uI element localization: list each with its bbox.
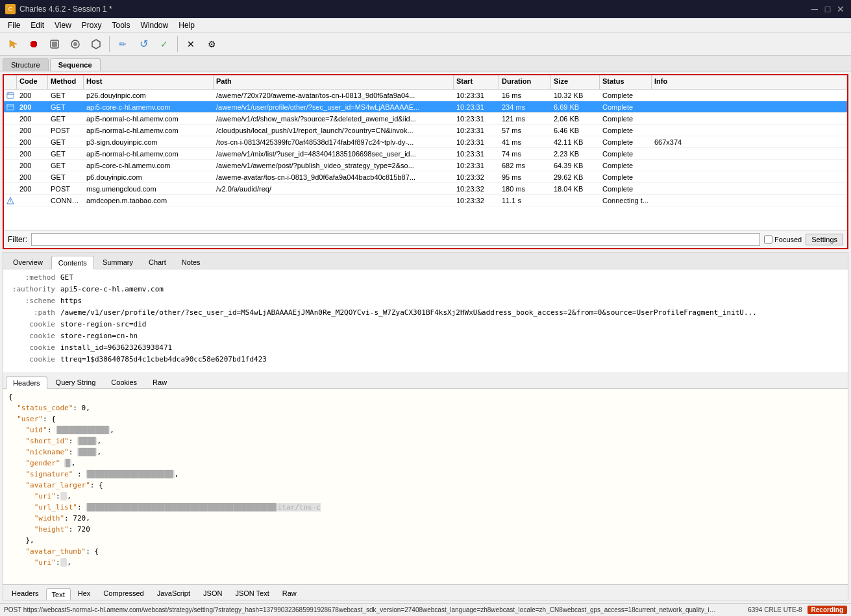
json-line: "avatar_larger": { — [8, 480, 843, 491]
tab-overview[interactable]: Overview — [6, 255, 50, 269]
tab-summary[interactable]: Summary — [95, 255, 140, 269]
row-path: /v2.0/a/audid/req/ — [214, 184, 454, 193]
titlebar: C Charles 4.6.2 - Session 1 * ─ □ ✕ — [0, 0, 851, 18]
row-path: /aweme/v1/user/profile/other/?sec_user_i… — [214, 103, 454, 112]
row-size: 6.46 KB — [551, 126, 600, 135]
row-path: /cloudpush/local_push/v1/report_launch/?… — [214, 126, 454, 135]
row-info — [652, 153, 847, 154]
row-info: 667x374 — [652, 138, 847, 147]
minimize-button[interactable]: ─ — [809, 4, 820, 14]
col-status-header[interactable]: Status — [600, 75, 652, 89]
resp-tab-javascript[interactable]: JavaScript — [151, 587, 196, 600]
row-code: 200 — [17, 149, 48, 158]
resp-tab-raw[interactable]: Raw — [277, 587, 302, 600]
menu-edit[interactable]: Edit — [25, 19, 49, 31]
row-code: 200 — [17, 126, 48, 135]
compose-button[interactable]: ✏ — [114, 35, 132, 53]
detail-scheme-val: https — [60, 295, 843, 307]
row-status: Complete — [600, 91, 652, 100]
row-host: api5-normal-c-hl.amemv.com — [84, 126, 214, 135]
table-row[interactable]: 200 POST api5-normal-c-hl.amemv.com /clo… — [4, 125, 847, 136]
hex-button[interactable] — [87, 35, 105, 53]
refresh-button[interactable]: ↺ — [134, 35, 153, 53]
close-button[interactable]: ✕ — [835, 4, 846, 14]
row-size: 10.32 KB — [551, 91, 600, 100]
subtab-query-string[interactable]: Query String — [49, 376, 103, 388]
filter-input[interactable] — [31, 233, 760, 246]
table-row[interactable]: 200 GET api5-core-c-hl.amemv.com /aweme/… — [4, 101, 847, 113]
row-host: msg.umengcloud.com — [84, 184, 214, 193]
row-start: 10:23:31 — [454, 161, 499, 170]
resp-tab-text[interactable]: Text — [46, 588, 71, 600]
col-size-header[interactable]: Size — [551, 75, 600, 89]
row-type-icon — [4, 102, 17, 112]
table-row[interactable]: 200 GET api5-normal-c-hl.amemv.com /awem… — [4, 113, 847, 125]
menu-help[interactable]: Help — [173, 19, 200, 31]
focused-checkbox[interactable] — [764, 233, 772, 246]
row-status: Complete — [600, 184, 652, 193]
row-path: /aweme-avatar/tos-cn-i-0813_9d0f6afa9a04… — [214, 173, 454, 182]
request-sub-tabs: Headers Query String Cookies Raw — [3, 373, 848, 389]
maximize-button[interactable]: □ — [822, 4, 833, 14]
col-start-header[interactable]: Start — [454, 75, 499, 89]
row-method: POST — [48, 184, 84, 193]
arrow-tool-button[interactable] — [4, 35, 22, 53]
table-row[interactable]: CONNECT amdcopen.m.taobao.com 10:23:32 1… — [4, 195, 847, 206]
clear-button[interactable] — [66, 35, 84, 53]
throttle-button[interactable] — [45, 35, 64, 53]
row-size: 2.23 KB — [551, 149, 600, 158]
row-status: Complete — [600, 173, 652, 182]
resp-tab-json[interactable]: JSON — [197, 587, 228, 600]
detail-cookie2-key: cookie — [8, 330, 60, 342]
record-button[interactable]: ⏺ — [25, 35, 43, 53]
settings-btn[interactable]: Settings — [806, 234, 843, 245]
col-duration-header[interactable]: Duration — [499, 75, 551, 89]
row-host: api5-normal-c-hl.amemv.com — [84, 114, 214, 123]
subtab-raw[interactable]: Raw — [145, 376, 174, 388]
menu-view[interactable]: View — [49, 19, 77, 31]
tools-button[interactable]: ✕ — [182, 35, 200, 53]
menu-file[interactable]: File — [3, 19, 25, 31]
tab-notes[interactable]: Notes — [175, 255, 208, 269]
settings-button[interactable]: ⚙ — [203, 35, 221, 53]
row-status: Complete — [600, 149, 652, 158]
col-path-header[interactable]: Path — [214, 75, 454, 89]
resp-tab-hex[interactable]: Hex — [72, 587, 97, 600]
json-line: "uri": , — [8, 491, 843, 502]
detail-path-val: /aweme/v1/user/profile/other/?sec_user_i… — [60, 307, 843, 319]
resp-tab-json-text[interactable]: JSON Text — [229, 587, 275, 600]
table-row[interactable]: 200 POST msg.umengcloud.com /v2.0/a/audi… — [4, 183, 847, 195]
subtab-headers[interactable]: Headers — [6, 376, 47, 389]
json-line: "uri": , — [8, 557, 843, 568]
row-type-icon — [4, 130, 17, 131]
col-method-header[interactable]: Method — [48, 75, 84, 89]
table-row[interactable]: 200 GET p6.douyinpic.com /aweme-avatar/t… — [4, 171, 847, 183]
check-button[interactable]: ✓ — [155, 35, 173, 53]
col-host-header[interactable]: Host — [84, 75, 214, 89]
resp-tab-headers[interactable]: Headers — [6, 587, 45, 600]
table-row[interactable]: 200 GET p3-sign.douyinpic.com /tos-cn-i-… — [4, 136, 847, 148]
menu-tools[interactable]: Tools — [107, 19, 136, 31]
row-code: 200 — [17, 184, 48, 193]
tab-sequence[interactable]: Sequence — [50, 58, 101, 71]
table-row[interactable]: 200 GET p26.douyinpic.com /aweme/720x720… — [4, 90, 847, 101]
row-path: /aweme/v1/cf/show_mask/?source=7&deleted… — [214, 114, 454, 123]
menu-window[interactable]: Window — [136, 19, 174, 31]
row-method: POST — [48, 126, 84, 135]
menu-proxy[interactable]: Proxy — [77, 19, 107, 31]
row-method: GET — [48, 103, 84, 112]
row-size: 29.62 KB — [551, 173, 600, 182]
resp-tab-compressed[interactable]: Compressed — [97, 587, 149, 600]
svg-rect-7 — [7, 104, 14, 110]
col-info-header[interactable]: Info — [652, 75, 847, 89]
row-method: GET — [48, 149, 84, 158]
subtab-cookies[interactable]: Cookies — [104, 376, 144, 388]
row-code: 200 — [17, 173, 48, 182]
tab-chart[interactable]: Chart — [142, 255, 173, 269]
table-row[interactable]: 200 GET api5-normal-c-hl.amemv.com /awem… — [4, 148, 847, 160]
col-code-header[interactable]: Code — [17, 75, 48, 89]
tab-contents[interactable]: Contents — [51, 256, 94, 269]
table-row[interactable]: 200 GET api5-core-c-hl.amemv.com /aweme/… — [4, 160, 847, 171]
row-host: api5-core-c-hl.amemv.com — [84, 103, 214, 112]
tab-structure[interactable]: Structure — [3, 58, 49, 71]
